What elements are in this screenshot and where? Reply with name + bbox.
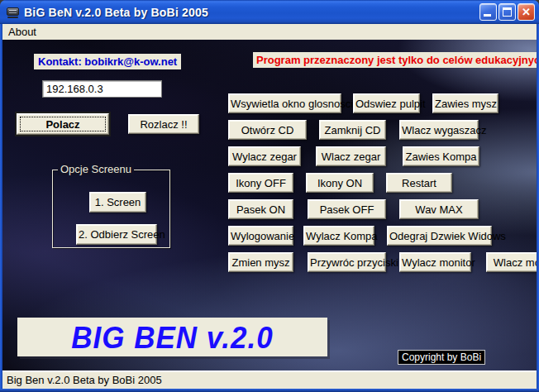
banner-text: BIG BEN v.2.0 bbox=[71, 320, 273, 355]
copyright-label: Copyright by BoBi bbox=[398, 350, 485, 365]
title-bar: BiG BeN v.2.0 Beta by BoBi 2005 ✕ bbox=[0, 0, 539, 24]
action-button[interactable]: Zawies mysz bbox=[432, 93, 498, 113]
action-button[interactable]: Wylacz Kompa bbox=[303, 226, 374, 246]
maximize-button[interactable] bbox=[498, 3, 516, 21]
action-button[interactable]: Wav MAX bbox=[399, 199, 479, 219]
app-window: BiG BeN v.2.0 Beta by BoBi 2005 ✕ About … bbox=[0, 0, 539, 392]
window-border-bottom bbox=[0, 389, 539, 392]
window-title: BiG BeN v.2.0 Beta by BoBi 2005 bbox=[24, 6, 479, 19]
screen-button[interactable]: 1. Screen bbox=[89, 192, 146, 213]
maximize-icon bbox=[503, 7, 512, 17]
action-button[interactable]: Pasek ON bbox=[228, 199, 293, 219]
action-button[interactable]: Wylogowanie bbox=[228, 226, 293, 246]
action-button[interactable]: Pasek OFF bbox=[308, 199, 386, 219]
close-icon: ✕ bbox=[518, 4, 534, 20]
receive-screen-button[interactable]: 2. Odbierz Screen bbox=[76, 224, 157, 245]
menu-item-about[interactable]: About bbox=[2, 24, 42, 40]
action-button[interactable]: Restart bbox=[386, 173, 452, 193]
action-button[interactable]: Wlacz monitor bbox=[486, 252, 537, 272]
app-icon bbox=[7, 7, 20, 18]
menu-bar: About bbox=[2, 24, 537, 40]
action-button[interactable]: Wlacz zegar bbox=[316, 146, 386, 166]
close-button[interactable]: ✕ bbox=[518, 3, 535, 21]
ip-address-input[interactable] bbox=[42, 80, 162, 98]
disconnect-button[interactable]: Rozlacz !! bbox=[128, 114, 199, 134]
window-border-left bbox=[0, 24, 2, 389]
banner-panel: BIG BEN v.2.0 bbox=[17, 318, 327, 356]
action-button[interactable]: Przywróc przyciski bbox=[308, 252, 386, 272]
action-button[interactable]: Zmien mysz bbox=[228, 252, 293, 272]
screen-options-group-title: Opcje Screenu bbox=[58, 163, 134, 175]
action-button[interactable]: Ikony ON bbox=[306, 173, 374, 193]
action-button[interactable]: Zawies Kompa bbox=[403, 146, 479, 166]
action-button[interactable]: Wylacz zegar bbox=[228, 146, 301, 166]
client-area: Kontakt: bobikrk@k-ow.net Program przezn… bbox=[2, 40, 537, 370]
warning-label: Program przeznaczony jest tylko do celów… bbox=[253, 52, 537, 68]
status-bar: Big Ben v.2.0 Beta by BoBi 2005 bbox=[2, 370, 537, 389]
action-button[interactable]: Zamknij CD bbox=[319, 120, 386, 140]
status-text: Big Ben v.2.0 Beta by BoBi 2005 bbox=[7, 374, 162, 386]
action-button[interactable]: Wsywietla okno glosnosci bbox=[228, 93, 341, 113]
action-button[interactable]: Ikony OFF bbox=[228, 173, 293, 193]
contact-label: Kontakt: bobikrk@k-ow.net bbox=[34, 54, 181, 69]
minimize-icon bbox=[484, 14, 491, 17]
action-button[interactable]: Wylacz monitor bbox=[399, 252, 471, 272]
minimize-button[interactable] bbox=[479, 3, 497, 21]
action-button[interactable]: Odegraj Dzwiek Widows bbox=[387, 226, 492, 246]
action-button[interactable]: Otwórz CD bbox=[228, 120, 307, 140]
action-button[interactable]: Odswiez pulpit bbox=[353, 93, 420, 113]
action-button[interactable]: Wlacz wygaszacz bbox=[399, 120, 479, 140]
connect-button[interactable]: Polacz bbox=[17, 113, 109, 135]
